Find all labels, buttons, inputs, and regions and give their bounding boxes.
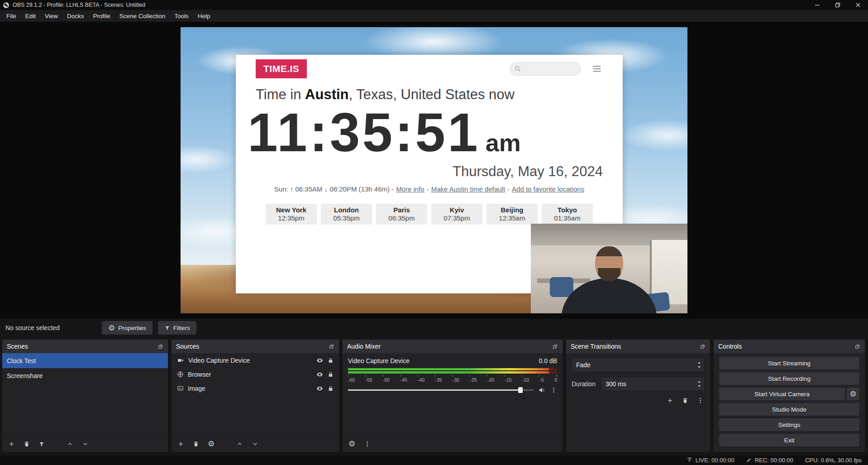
transition-properties-dots-icon[interactable] (697, 397, 704, 404)
mixer-device-name: Video Capture Device (348, 357, 410, 364)
rec-status: REC: 00:00:00 (746, 457, 793, 464)
stream-status-icon (687, 457, 692, 463)
close-button[interactable] (848, 0, 868, 10)
source-item-video-capture[interactable]: Video Capture Device (172, 353, 339, 367)
statusbar: LIVE: 00:00:00 REC: 00:00:00 CPU: 0.6%, … (0, 455, 868, 465)
source-item-image[interactable]: Image (172, 381, 339, 395)
scene-item-clock-test[interactable]: Clock Test (2, 353, 168, 368)
add-favorite-link: Add to favorite locations (512, 185, 584, 193)
sources-panel-header: Sources (172, 340, 339, 353)
window-title: OBS 29.1.2 - Profile: LLHLS BETA - Scene… (13, 2, 145, 8)
city-card: New York12:35pm (266, 204, 317, 225)
remove-transition-button[interactable] (682, 397, 688, 404)
clock-meridiem: am (486, 129, 521, 157)
scenes-panel-header: Scenes (2, 340, 168, 353)
menu-edit[interactable]: Edit (21, 10, 40, 22)
speaker-icon[interactable] (538, 386, 546, 394)
remove-scene-button[interactable] (24, 441, 30, 447)
record-status-icon (746, 458, 752, 463)
popout-icon[interactable] (854, 344, 860, 350)
lock-icon[interactable] (328, 357, 334, 364)
meter-bar-left (348, 368, 557, 370)
lock-icon[interactable] (328, 385, 334, 392)
timeis-date: Thursday, May 16, 2024 (236, 163, 623, 180)
mixer-level-value: 0.0 dB (539, 357, 557, 364)
globe-icon (177, 371, 184, 378)
move-source-up-button[interactable] (236, 441, 243, 447)
menu-tools[interactable]: Tools (170, 10, 193, 22)
source-item-browser[interactable]: Browser (172, 367, 339, 381)
preview-canvas[interactable]: TIME.IS Time in Austin, Texas, United St… (181, 27, 687, 313)
add-transition-button[interactable] (667, 397, 673, 404)
advanced-audio-button[interactable]: ⚙ (348, 440, 355, 448)
mixer-options-dots-icon[interactable] (550, 387, 557, 393)
webcam-person-body (562, 278, 657, 313)
popout-icon[interactable] (700, 344, 706, 350)
menu-view[interactable]: View (40, 10, 62, 22)
duration-label: Duration (572, 380, 596, 388)
meter-scale: -60-55 -50-45 -40-35 -30-25 -20-15 -10-5… (348, 377, 557, 383)
menu-scene-collection[interactable]: Scene Collection (115, 10, 170, 22)
settings-button[interactable]: Settings (719, 418, 859, 431)
spinner-updown-icon[interactable] (696, 380, 702, 388)
virtual-camera-config-button[interactable]: ⚙ (847, 388, 859, 400)
menu-file[interactable]: File (2, 10, 21, 22)
maximize-button[interactable] (827, 0, 848, 10)
minimize-button[interactable] (807, 0, 827, 10)
titlebar: OBS 29.1.2 - Profile: LLHLS BETA - Scene… (0, 0, 868, 10)
start-virtual-camera-button[interactable]: Start Virtual Camera (719, 388, 845, 400)
timeis-search-input (510, 62, 581, 76)
chevron-updown-icon[interactable] (696, 361, 702, 369)
webcam-person-head (595, 246, 623, 281)
menu-profile[interactable]: Profile (89, 10, 115, 22)
search-icon (514, 65, 521, 72)
duration-input[interactable]: 300 ms (601, 377, 705, 391)
make-default-link: Make Austin time default (431, 185, 505, 193)
menu-help[interactable]: Help (193, 10, 215, 22)
lock-icon[interactable] (328, 371, 334, 378)
visibility-eye-icon[interactable] (316, 385, 324, 392)
mixer-menu-dots-icon[interactable] (364, 441, 371, 447)
source-toolbar: No source selected ⚙ Properties Filters (0, 319, 868, 337)
city-card: Kyiv07:35pm (431, 204, 482, 225)
popout-icon[interactable] (552, 344, 558, 350)
volume-slider-handle[interactable] (518, 387, 523, 393)
scene-filters-button[interactable] (38, 441, 45, 447)
obs-logo-icon (3, 2, 10, 9)
popout-icon[interactable] (329, 344, 334, 350)
move-source-down-button[interactable] (252, 441, 258, 447)
menubar: File Edit View Docks Profile Scene Colle… (0, 10, 868, 22)
hamburger-menu-icon (591, 64, 603, 74)
move-scene-down-button[interactable] (82, 441, 89, 447)
scene-item-screenshare[interactable]: Screenshare (2, 368, 168, 383)
city-card: Paris06:35pm (376, 204, 427, 225)
add-scene-button[interactable] (8, 441, 15, 447)
selection-status: No source selected (5, 324, 102, 331)
city-card: Beijing12:35am (486, 204, 538, 225)
city-card: London05:35pm (321, 204, 372, 225)
remove-source-button[interactable] (193, 441, 199, 447)
properties-button[interactable]: ⚙ Properties (102, 321, 153, 335)
source-properties-button[interactable]: ⚙ (208, 440, 215, 448)
audio-mixer-panel: Audio Mixer Video Capture Device 0.0 dB … (343, 340, 563, 452)
timeis-clock: 11:35:51 am (236, 103, 623, 162)
volume-slider[interactable] (348, 386, 534, 394)
timeis-header: TIME.IS (256, 59, 603, 79)
volume-meter (348, 368, 557, 374)
transition-select[interactable]: Fade (572, 358, 705, 372)
camera-icon (177, 357, 184, 364)
start-recording-button[interactable]: Start Recording (719, 372, 859, 385)
add-source-button[interactable] (177, 441, 184, 447)
filters-button[interactable]: Filters (158, 321, 196, 335)
visibility-eye-icon[interactable] (316, 371, 324, 378)
scenes-toolbar (2, 436, 168, 452)
studio-mode-button[interactable]: Studio Mode (719, 403, 859, 416)
visibility-eye-icon[interactable] (316, 357, 324, 364)
gear-icon: ⚙ (108, 324, 115, 332)
menu-docks[interactable]: Docks (62, 10, 89, 22)
move-scene-up-button[interactable] (67, 441, 73, 447)
exit-button[interactable]: Exit (719, 434, 859, 446)
scene-transitions-header: Scene Transitions (566, 340, 710, 353)
popout-icon[interactable] (157, 344, 163, 350)
start-streaming-button[interactable]: Start Streaming (719, 357, 859, 369)
